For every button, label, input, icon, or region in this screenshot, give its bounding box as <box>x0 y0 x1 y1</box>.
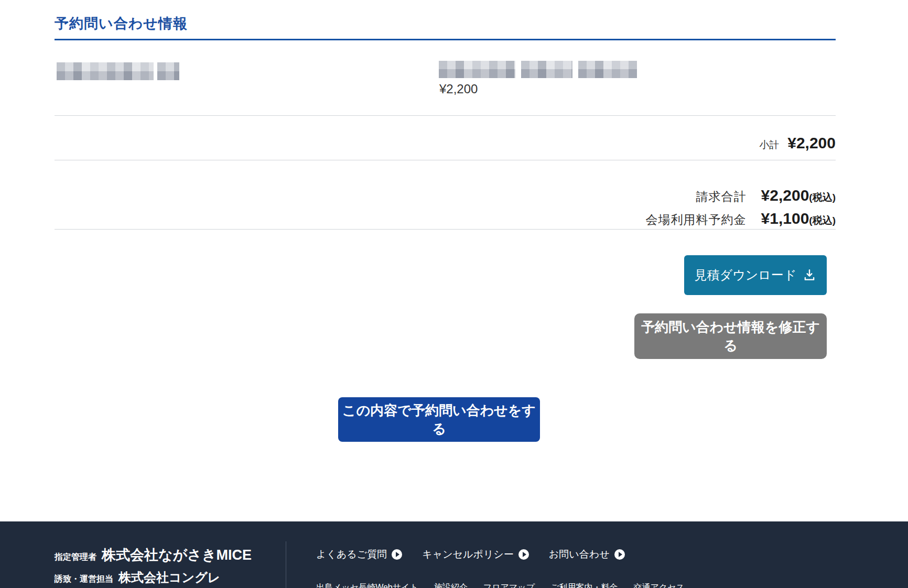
divider <box>55 160 836 160</box>
billing-total-label: 請求合計 <box>696 189 747 205</box>
footer-link-guide-fees[interactable]: ご利用案内・料金 <box>550 582 618 588</box>
download-icon <box>803 268 816 282</box>
footer-link-faq-label: よくあるご質問 <box>316 548 387 561</box>
redacted-booking-venue <box>439 61 515 78</box>
footer-link-website[interactable]: 出島メッセ長崎Webサイト <box>316 582 418 588</box>
billing-total-row: 請求合計 ¥2,200(税込) <box>696 187 836 205</box>
totals-block: 請求合計 ¥2,200(税込) 会場利用料予約金 ¥1,100(税込) <box>646 187 836 228</box>
org-manager-name: 株式会社ながさきMICE <box>102 546 252 564</box>
tax-included-suffix: (税込) <box>809 215 836 226</box>
divider <box>55 115 836 116</box>
deposit-label: 会場利用料予約金 <box>646 212 747 228</box>
footer-link-contact-label: お問い合わせ <box>549 548 610 561</box>
org-operator-name: 株式会社コングレ <box>118 569 220 586</box>
footer-vertical-divider <box>286 541 286 588</box>
footer-link-cancel-policy[interactable]: キャンセルポリシー <box>422 548 529 561</box>
footer-primary-nav: よくあるご質問 キャンセルポリシー お問い合わせ <box>316 548 625 561</box>
footer-link-facilities[interactable]: 施設紹介 <box>434 582 468 588</box>
redacted-applicant-name <box>57 62 154 80</box>
billing-total-value: ¥2,200(税込) <box>761 187 836 204</box>
footer-secondary-nav: 出島メッセ長崎Webサイト 施設紹介 フロアマップ ご利用案内・料金 交通アクセ… <box>316 582 685 588</box>
subtotal-label: 小計 <box>759 138 779 152</box>
org-operator-role: 誘致・運営担当 <box>55 574 113 585</box>
download-quote-button[interactable]: 見積ダウンロード <box>684 255 827 295</box>
page-title: 予約問い合わせ情報 <box>55 14 188 33</box>
footer-link-access[interactable]: 交通アクセス <box>633 582 685 588</box>
tax-included-suffix: (税込) <box>809 192 836 203</box>
deposit-value: ¥1,100(税込) <box>761 210 836 227</box>
chevron-right-circle-icon <box>518 549 529 560</box>
redacted-booking-date <box>521 61 572 78</box>
deposit-row: 会場利用料予約金 ¥1,100(税込) <box>646 210 836 228</box>
download-quote-label: 見積ダウンロード <box>695 267 797 284</box>
footer-link-cancel-policy-label: キャンセルポリシー <box>422 548 514 561</box>
subtotal-row: 小計 ¥2,200 <box>759 134 836 152</box>
footer: 指定管理者 株式会社ながさきMICE 誘致・運営担当 株式会社コングレ よくある… <box>0 521 908 588</box>
chevron-right-circle-icon <box>614 549 625 560</box>
org-manager-line: 指定管理者 株式会社ながさきMICE <box>55 546 252 564</box>
edit-inquiry-button[interactable]: 予約問い合わせ情報を修正する <box>634 313 827 359</box>
footer-link-contact[interactable]: お問い合わせ <box>549 548 625 561</box>
divider <box>55 229 836 230</box>
submit-inquiry-button[interactable]: この内容で予約問い合わせをする <box>338 397 540 442</box>
footer-organizations: 指定管理者 株式会社ながさきMICE 誘致・運営担当 株式会社コングレ <box>55 546 252 586</box>
booking-inquiry-page: 予約問い合わせ情報 ¥2,200 小計 ¥2,200 請求合計 ¥2,200(税… <box>0 0 908 588</box>
subtotal-value: ¥2,200 <box>787 134 836 152</box>
org-operator-line: 誘致・運営担当 株式会社コングレ <box>55 569 252 586</box>
footer-link-floormap[interactable]: フロアマップ <box>483 582 535 588</box>
title-underline <box>55 39 836 40</box>
footer-link-faq[interactable]: よくあるご質問 <box>316 548 402 561</box>
redacted-booking-time <box>578 61 637 78</box>
org-manager-role: 指定管理者 <box>55 552 96 563</box>
chevron-right-circle-icon <box>392 549 402 560</box>
redacted-applicant-suffix <box>157 62 179 80</box>
line-item-price: ¥2,200 <box>439 82 478 96</box>
